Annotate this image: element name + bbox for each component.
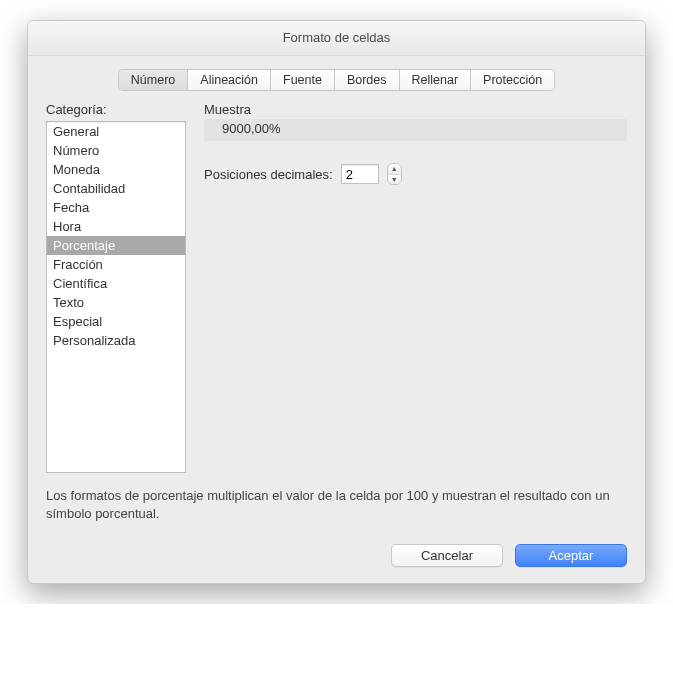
category-item[interactable]: Texto	[47, 293, 185, 312]
category-item[interactable]: Especial	[47, 312, 185, 331]
dialog-title: Formato de celdas	[28, 21, 645, 56]
format-cells-dialog: Formato de celdas NúmeroAlineaciónFuente…	[27, 20, 646, 584]
category-item[interactable]: Contabilidad	[47, 179, 185, 198]
tab-alineación[interactable]: Alineación	[188, 70, 271, 90]
sample-label: Muestra	[204, 102, 627, 117]
decimal-places-input[interactable]	[341, 164, 379, 184]
tab-bar: NúmeroAlineaciónFuenteBordesRellenarProt…	[46, 70, 627, 90]
category-item[interactable]: Personalizada	[47, 331, 185, 350]
category-label: Categoría:	[46, 102, 186, 117]
category-item[interactable]: Moneda	[47, 160, 185, 179]
category-item[interactable]: Fecha	[47, 198, 185, 217]
dialog-content: NúmeroAlineaciónFuenteBordesRellenarProt…	[28, 56, 645, 583]
category-item[interactable]: Fracción	[47, 255, 185, 274]
category-item[interactable]: Hora	[47, 217, 185, 236]
stepper-down-icon[interactable]: ▼	[388, 175, 401, 185]
stepper-up-icon[interactable]: ▲	[388, 164, 401, 175]
category-item[interactable]: Número	[47, 141, 185, 160]
category-item[interactable]: Científica	[47, 274, 185, 293]
category-listbox[interactable]: GeneralNúmeroMonedaContabilidadFechaHora…	[46, 121, 186, 473]
format-description: Los formatos de porcentaje multiplican e…	[46, 487, 627, 522]
tab-fuente[interactable]: Fuente	[271, 70, 335, 90]
ok-button[interactable]: Aceptar	[515, 544, 627, 567]
decimal-places-label: Posiciones decimales:	[204, 167, 333, 182]
tab-rellenar[interactable]: Rellenar	[400, 70, 472, 90]
tab-protección[interactable]: Protección	[471, 70, 554, 90]
cancel-button[interactable]: Cancelar	[391, 544, 503, 567]
tab-bordes[interactable]: Bordes	[335, 70, 400, 90]
decimal-places-stepper[interactable]: ▲ ▼	[387, 163, 402, 185]
category-item[interactable]: General	[47, 122, 185, 141]
category-item[interactable]: Porcentaje	[47, 236, 185, 255]
tab-número[interactable]: Número	[119, 70, 188, 90]
sample-value: 9000,00%	[204, 119, 627, 141]
